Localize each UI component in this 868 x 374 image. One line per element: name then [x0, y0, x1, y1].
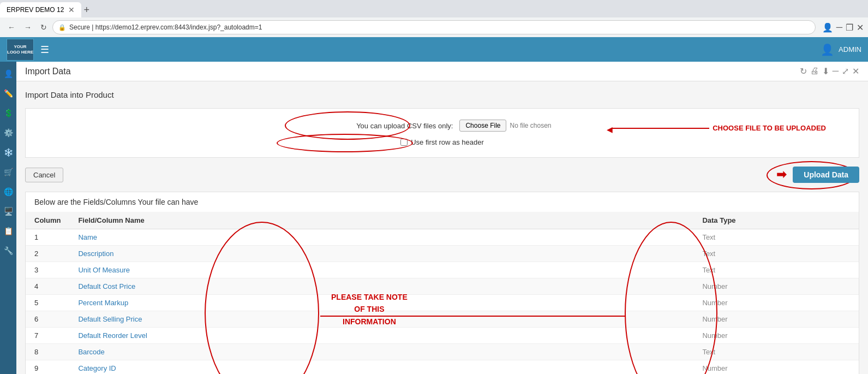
cell-data-type: Text [288, 262, 859, 278]
page-header: Import Data ↻ 🖨 ⬇ ─ ⤢ ✕ [16, 62, 868, 81]
choose-file-button[interactable]: Choose File [459, 120, 506, 132]
cell-column: 8 [26, 344, 69, 360]
table-row: 5 Percent Markup Number [26, 295, 859, 311]
logo: YOUR LOGO HERE [7, 39, 34, 61]
tab-title: ERPREV DEMO 12 [7, 6, 64, 14]
file-input-group: Choose File No file chosen [459, 120, 551, 132]
tab-bar: ERPREV DEMO 12 ✕ + [0, 0, 868, 17]
address-bar[interactable]: 🔒 Secure | https://demo12.erprev.com:844… [52, 20, 816, 34]
page-actions: ↻ 🖨 ⬇ ─ ⤢ ✕ [800, 66, 859, 76]
cell-column: 2 [26, 246, 69, 262]
refresh-icon[interactable]: ↻ [800, 66, 807, 76]
cell-field-name: Default Cost Price [69, 278, 288, 295]
hamburger-icon[interactable]: ☰ [40, 44, 49, 56]
sidebar-item-clipboard[interactable]: 📋 [1, 223, 16, 239]
table-row: 2 Description Text [26, 246, 859, 262]
cell-field-name: Category ID [69, 360, 288, 375]
close-button[interactable]: ✕ [857, 22, 864, 33]
cell-data-type: Text [288, 246, 859, 262]
table-wrapper: PLEASE TAKE NOTEOF THISINFORMATION Colum… [26, 212, 859, 374]
close-page-icon[interactable]: ✕ [852, 66, 859, 76]
sidebar-item-monitor[interactable]: 🖥️ [1, 204, 16, 219]
header-checkbox-text: Use first row as header [411, 138, 484, 146]
lock-icon: 🔒 [58, 24, 66, 31]
tab-close-icon[interactable]: ✕ [68, 5, 75, 14]
sidebar-item-settings[interactable]: ⚙️ [1, 125, 16, 140]
annotation-text: CHOOSE FILE TO BE UPLOADED [713, 124, 826, 132]
cell-field-name: Name [69, 229, 288, 246]
app: YOUR LOGO HERE ☰ 👤 ADMIN 👤 ✏️ 💲 ⚙️ ❄️ 🛒 … [0, 37, 868, 374]
upload-label: You can upload CSV files only: [333, 122, 453, 130]
forward-button[interactable]: → [21, 21, 35, 34]
sidebar-item-globe[interactable]: 🌐 [1, 184, 16, 199]
download-icon[interactable]: ⬇ [822, 66, 829, 76]
arrow-right-icon: ➡ [776, 168, 786, 182]
file-name-label: No file chosen [510, 122, 551, 129]
section-title: Import Data into Product [25, 90, 859, 99]
cell-column: 4 [26, 278, 69, 295]
cell-field-name: Default Selling Price [69, 311, 288, 328]
upload-btn-wrapper: ➡ Upload Data [776, 167, 859, 183]
logo-text: YOUR LOGO HERE [7, 44, 33, 55]
fields-table: Column Field/Column Name Data Type 1 Nam… [26, 212, 859, 374]
page-title: Import Data [25, 67, 71, 76]
table-row: 1 Name Text [26, 229, 859, 246]
sidebar-item-users[interactable]: 👤 [1, 66, 16, 81]
action-bar: Cancel ➡ Upload Data [25, 167, 859, 183]
cell-column: 1 [26, 229, 69, 246]
sidebar-item-snowflake[interactable]: ❄️ [1, 145, 16, 160]
table-row: 8 Barcode Text [26, 344, 859, 360]
new-tab-button[interactable]: + [83, 4, 89, 16]
cell-field-name: Barcode [69, 344, 288, 360]
col-header-field-name: Field/Column Name [69, 212, 288, 229]
cell-column: 5 [26, 295, 69, 311]
cell-data-type: Number [288, 360, 859, 375]
upload-data-button[interactable]: Upload Data [793, 167, 859, 183]
top-bar: YOUR LOGO HERE ☰ 👤 ADMIN [0, 37, 868, 62]
active-tab[interactable]: ERPREV DEMO 12 ✕ [0, 2, 81, 17]
print-icon[interactable]: 🖨 [810, 66, 819, 76]
maximize-button[interactable]: ❐ [846, 22, 853, 33]
sidebar-item-cart[interactable]: 🛒 [1, 164, 16, 180]
upload-section: ◀ CHOOSE FILE TO BE UPLOADED You can upl… [25, 108, 859, 158]
sidebar-item-edit[interactable]: ✏️ [1, 86, 16, 101]
account-button[interactable]: 👤 [822, 22, 833, 33]
minimize-page-icon[interactable]: ─ [833, 66, 839, 76]
admin-avatar-icon: 👤 [821, 43, 834, 56]
table-row: 6 Default Selling Price Number [26, 311, 859, 328]
cell-field-name: Default Reorder Level [69, 328, 288, 344]
sidebar-item-money[interactable]: 💲 [1, 105, 16, 121]
browser-chrome: ERPREV DEMO 12 ✕ + ← → ↻ 🔒 Secure | http… [0, 0, 868, 37]
cell-data-type: Text [288, 229, 859, 246]
fields-header: Below are the Fields/Columns Your file c… [26, 192, 859, 212]
sidebar: 👤 ✏️ 💲 ⚙️ ❄️ 🛒 🌐 🖥️ 📋 🔧 [0, 62, 16, 374]
url-text: Secure | https://demo12.erprev.com:8443/… [69, 23, 810, 31]
browser-actions: 👤 ─ ❐ ✕ [822, 22, 864, 33]
expand-icon[interactable]: ⤢ [842, 66, 849, 76]
refresh-button[interactable]: ↻ [37, 21, 50, 34]
col-header-column: Column [26, 212, 69, 229]
table-row: 3 Unit Of Measure Text [26, 262, 859, 278]
table-header-row: Column Field/Column Name Data Type [26, 212, 859, 229]
page-content: Import Data into Product ◀ CHOOSE FILE T… [16, 81, 868, 374]
main-layout: 👤 ✏️ 💲 ⚙️ ❄️ 🛒 🌐 🖥️ 📋 🔧 Import Data ↻ 🖨 … [0, 62, 868, 374]
cell-data-type: Text [288, 344, 859, 360]
minimize-button[interactable]: ─ [836, 22, 842, 32]
table-row: 7 Default Reorder Level Number [26, 328, 859, 344]
cell-data-type: Number [288, 278, 859, 295]
sidebar-item-wrench[interactable]: 🔧 [1, 243, 16, 258]
header-checkbox[interactable] [400, 139, 408, 146]
content-area: Import Data ↻ 🖨 ⬇ ─ ⤢ ✕ Import Data into… [16, 62, 868, 374]
top-bar-right: 👤 ADMIN [821, 43, 861, 56]
cell-data-type: Number [288, 328, 859, 344]
fields-section: Below are the Fields/Columns Your file c… [25, 192, 859, 374]
cell-data-type: Number [288, 311, 859, 328]
header-checkbox-label[interactable]: Use first row as header [400, 138, 484, 146]
admin-label: ADMIN [839, 45, 861, 54]
cell-field-name: Description [69, 246, 288, 262]
cell-column: 3 [26, 262, 69, 278]
cell-field-name: Unit Of Measure [69, 262, 288, 278]
back-button[interactable]: ← [4, 21, 19, 34]
cancel-button[interactable]: Cancel [25, 168, 63, 182]
table-row: 9 Category ID Number [26, 360, 859, 375]
